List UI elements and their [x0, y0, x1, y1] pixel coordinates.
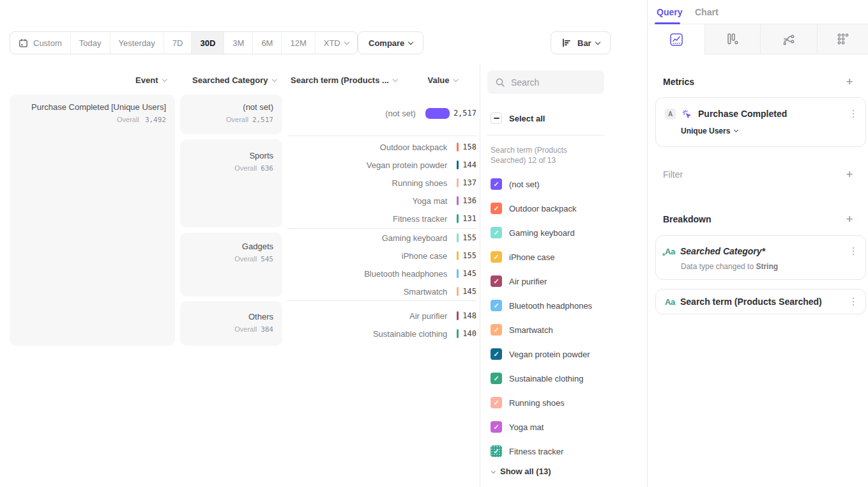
legend-group-label: Search term (Products Searched) 12 of 13 [491, 145, 586, 166]
value-bar [457, 329, 459, 338]
add-breakdown-button[interactable]: + [842, 212, 857, 226]
checkbox[interactable] [491, 227, 502, 238]
date-range-3m[interactable]: 3M [224, 32, 252, 54]
date-range-custom[interactable]: Custom [10, 32, 70, 54]
tab-flows[interactable] [760, 24, 817, 54]
kebab-menu-icon[interactable] [850, 107, 857, 121]
add-metric-button[interactable]: + [842, 75, 857, 89]
chart-type-button[interactable]: Bar [551, 31, 611, 54]
kebab-menu-icon[interactable] [850, 245, 857, 258]
checkbox[interactable] [491, 373, 502, 384]
column-header-search-term[interactable]: Search term (Products ... [291, 72, 409, 88]
legend-item[interactable]: Running shoes [491, 390, 592, 415]
tab-retention[interactable] [817, 24, 868, 54]
legend-item[interactable]: Yoga mat [491, 415, 592, 439]
checkbox[interactable] [491, 178, 502, 190]
value-bar [457, 311, 459, 320]
calendar-icon [19, 38, 28, 48]
date-range-xtd[interactable]: XTD [315, 32, 357, 54]
flows-icon [782, 32, 796, 46]
table-row[interactable]: Gaming keyboard 155 [287, 229, 476, 247]
table-row[interactable]: (not set) 2,517 [287, 104, 476, 122]
event-spark-icon [682, 109, 692, 119]
legend-item[interactable]: iPhone case [491, 245, 592, 269]
date-range-7d[interactable]: 7D [164, 32, 192, 54]
tab-chart[interactable]: Chart [695, 0, 719, 24]
group-separator [287, 135, 476, 136]
table-row[interactable]: Air purifier 148 [287, 307, 476, 325]
date-range-6m[interactable]: 6M [252, 32, 281, 54]
legend-list: (not set) Outdoor backpack Gaming keyboa… [491, 172, 592, 463]
metric-event-name: Purchase Completed [698, 109, 850, 119]
chevron-down-icon [162, 77, 167, 82]
breakdown-card-searched-category[interactable]: Aa Searched Category* Data type changed … [655, 235, 866, 280]
checkbox[interactable] [491, 397, 502, 408]
legend-search [487, 70, 604, 94]
checkbox[interactable] [491, 203, 502, 214]
legend-item[interactable]: Outdoor backpack [491, 196, 592, 220]
checkbox[interactable] [491, 300, 502, 311]
table-row[interactable]: Fitness tracker 131 [287, 210, 476, 228]
category-card-others[interactable]: Others Overall384 [180, 301, 282, 346]
checkbox[interactable] [491, 348, 502, 360]
legend-item[interactable]: Fitness tracker [491, 439, 592, 463]
checkbox[interactable] [491, 251, 502, 263]
table-row[interactable]: Bluetooth headphones 145 [287, 265, 476, 282]
kebab-menu-icon[interactable] [850, 295, 857, 309]
chevron-down-icon [393, 77, 398, 82]
measure-dropdown[interactable]: Unique Users [681, 127, 738, 135]
event-card[interactable]: Purchase Completed [Unique Users] Overal… [10, 95, 175, 346]
category-card-not-set[interactable]: (not set) Overall2,517 [180, 95, 282, 134]
filter-title: Filter [663, 169, 683, 180]
tab-insights[interactable] [648, 24, 704, 54]
select-all-checkbox[interactable] [491, 112, 502, 124]
table-row[interactable]: Vegan protein powder 144 [287, 156, 476, 174]
legend-item[interactable]: Gaming keyboard [491, 220, 592, 245]
column-header-searched-category[interactable]: Searched Category [180, 72, 276, 88]
compare-button[interactable]: Compare [358, 31, 423, 54]
checkbox[interactable] [491, 324, 502, 336]
breakdown-property-name: Searched Category* [680, 246, 850, 256]
tab-query[interactable]: Query [657, 0, 682, 24]
search-icon [495, 77, 505, 88]
event-overall: Overall 3,492 [19, 116, 166, 124]
value-bar [457, 160, 459, 169]
breakdown-property-name: Search term (Products Searched) [680, 297, 850, 307]
category-card-gadgets[interactable]: Gadgets Overall545 [180, 233, 282, 297]
checkbox[interactable] [491, 421, 502, 433]
table-row[interactable]: Smartwatch 145 [287, 282, 476, 300]
table-row[interactable]: Yoga mat 136 [287, 192, 476, 210]
chevron-down-icon [595, 39, 600, 44]
search-input[interactable] [511, 77, 594, 88]
breakdown-card-search-term[interactable]: Aa Search term (Products Searched) [655, 289, 866, 314]
category-card-sports[interactable]: Sports Overall636 [180, 139, 282, 228]
table-row[interactable]: iPhone case 155 [287, 247, 476, 265]
table-row[interactable]: Outdoor backpack 158 [287, 138, 476, 156]
date-range-control: Custom Today Yesterday 7D 30D 3M 6M 12M … [10, 31, 358, 54]
select-all-row[interactable]: Select all [491, 112, 545, 125]
legend-item[interactable]: Sustainable clothing [491, 366, 592, 390]
add-filter-button[interactable]: + [842, 167, 857, 182]
column-header-value[interactable]: Value [402, 72, 457, 88]
metric-card[interactable]: A Purchase Completed Unique Users [655, 97, 866, 147]
legend-item[interactable]: Smartwatch [491, 318, 592, 342]
tab-funnels[interactable] [704, 24, 760, 54]
date-range-label: Custom [33, 38, 62, 48]
date-range-12m[interactable]: 12M [281, 32, 314, 54]
value-bar [457, 196, 459, 205]
legend-item[interactable]: Bluetooth headphones [491, 293, 592, 318]
checkbox[interactable] [491, 275, 502, 287]
legend-item[interactable]: Vegan protein powder [491, 342, 592, 366]
show-all-toggle[interactable]: Show all (13) [492, 467, 551, 476]
data-type-note: Data type changed to String [681, 262, 778, 271]
date-range-today[interactable]: Today [70, 32, 110, 54]
checkbox[interactable] [491, 445, 502, 457]
legend-item[interactable]: Air purifier [491, 269, 592, 293]
table-row[interactable]: Sustainable clothing 140 [287, 325, 476, 343]
retention-icon [836, 32, 850, 46]
column-header-event[interactable]: Event [10, 72, 166, 88]
table-row[interactable]: Running shoes 137 [287, 174, 476, 192]
date-range-30d-selected[interactable]: 30D [191, 32, 224, 54]
legend-item[interactable]: (not set) [491, 172, 592, 196]
date-range-yesterday[interactable]: Yesterday [110, 32, 164, 54]
